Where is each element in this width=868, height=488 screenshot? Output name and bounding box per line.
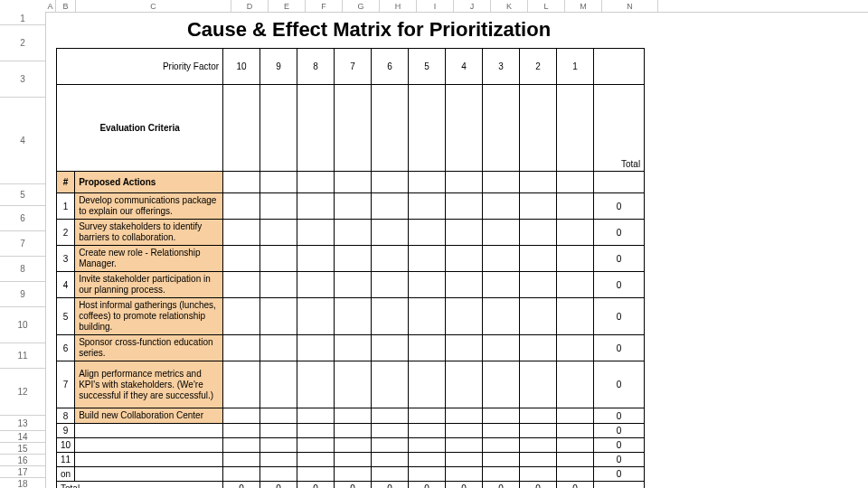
score-cell[interactable]	[409, 408, 446, 424]
score-cell[interactable]	[223, 361, 260, 408]
score-cell[interactable]	[483, 438, 520, 453]
row-header-13[interactable]: 13	[0, 416, 45, 431]
ec-7[interactable]	[446, 85, 483, 172]
score-cell[interactable]	[557, 246, 594, 272]
score-cell[interactable]	[297, 246, 335, 272]
score-cell[interactable]	[446, 335, 483, 361]
row-header-6[interactable]: 6	[0, 206, 45, 231]
score-cell[interactable]	[260, 467, 297, 482]
col-header-F[interactable]: F	[306, 0, 343, 12]
score-cell[interactable]	[260, 246, 297, 272]
score-cell[interactable]	[409, 438, 446, 453]
score-cell[interactable]	[520, 298, 557, 335]
score-cell[interactable]	[297, 298, 335, 335]
score-cell[interactable]	[372, 220, 409, 246]
pf-10[interactable]: 1	[557, 49, 594, 85]
score-cell[interactable]	[335, 193, 372, 220]
row-header-18[interactable]: 18	[0, 478, 45, 488]
row-header-17[interactable]: 17	[0, 466, 45, 478]
row-header-8[interactable]: 8	[0, 257, 45, 282]
score-cell[interactable]	[520, 246, 557, 272]
score-cell[interactable]	[557, 438, 594, 453]
score-cell[interactable]	[409, 453, 446, 467]
score-cell[interactable]	[557, 453, 594, 467]
score-cell[interactable]	[446, 193, 483, 220]
h-i[interactable]	[409, 172, 446, 193]
col-header-A[interactable]: A	[45, 0, 56, 12]
score-cell[interactable]	[372, 424, 409, 438]
row-header-16[interactable]: 16	[0, 455, 45, 466]
score-cell[interactable]	[260, 335, 297, 361]
score-cell[interactable]	[335, 438, 372, 453]
score-cell[interactable]	[260, 361, 297, 408]
score-cell[interactable]	[260, 220, 297, 246]
h-m[interactable]	[557, 172, 594, 193]
score-cell[interactable]	[446, 424, 483, 438]
row-header-4[interactable]: 4	[0, 98, 45, 184]
col-header-I[interactable]: I	[417, 0, 454, 12]
score-cell[interactable]	[223, 335, 260, 361]
score-cell[interactable]	[483, 272, 520, 298]
ec-1[interactable]	[223, 85, 260, 172]
row-header-9[interactable]: 9	[0, 282, 45, 307]
score-cell[interactable]	[446, 220, 483, 246]
score-cell[interactable]	[372, 298, 409, 335]
score-cell[interactable]	[372, 467, 409, 482]
row-header-1[interactable]: 1	[0, 12, 45, 25]
h-e[interactable]	[260, 172, 297, 193]
score-cell[interactable]	[260, 193, 297, 220]
score-cell[interactable]	[446, 246, 483, 272]
score-cell[interactable]	[557, 298, 594, 335]
score-cell[interactable]	[520, 467, 557, 482]
score-cell[interactable]	[223, 193, 260, 220]
score-cell[interactable]	[223, 467, 260, 482]
pf-3[interactable]: 8	[297, 49, 335, 85]
ec-4[interactable]	[335, 85, 372, 172]
score-cell[interactable]	[335, 453, 372, 467]
ec-2[interactable]	[260, 85, 297, 172]
score-cell[interactable]	[483, 361, 520, 408]
col-header-M[interactable]: M	[565, 0, 602, 12]
row-header-5[interactable]: 5	[0, 184, 45, 206]
row-header-15[interactable]: 15	[0, 443, 45, 455]
score-cell[interactable]	[223, 246, 260, 272]
row-header-14[interactable]: 14	[0, 431, 45, 443]
row-header-12[interactable]: 12	[0, 369, 45, 416]
col-header-H[interactable]: H	[380, 0, 417, 12]
h-d[interactable]	[223, 172, 260, 193]
score-cell[interactable]	[557, 272, 594, 298]
ec-8[interactable]	[483, 85, 520, 172]
score-cell[interactable]	[520, 272, 557, 298]
pf-5[interactable]: 6	[372, 49, 409, 85]
score-cell[interactable]	[223, 438, 260, 453]
score-cell[interactable]	[223, 298, 260, 335]
score-cell[interactable]	[557, 220, 594, 246]
col-header-K[interactable]: K	[491, 0, 528, 12]
score-cell[interactable]	[483, 220, 520, 246]
col-header-C[interactable]: C	[76, 0, 231, 12]
score-cell[interactable]	[446, 361, 483, 408]
score-cell[interactable]	[260, 424, 297, 438]
score-cell[interactable]	[446, 438, 483, 453]
pf-8[interactable]: 3	[483, 49, 520, 85]
score-cell[interactable]	[446, 298, 483, 335]
pf-1[interactable]: 10	[223, 49, 260, 85]
score-cell[interactable]	[409, 193, 446, 220]
score-cell[interactable]	[409, 298, 446, 335]
score-cell[interactable]	[223, 453, 260, 467]
score-cell[interactable]	[335, 467, 372, 482]
score-cell[interactable]	[557, 335, 594, 361]
score-cell[interactable]	[297, 220, 335, 246]
action-text[interactable]: Build new Collaboration Center	[75, 408, 223, 424]
col-header-D[interactable]: D	[231, 0, 269, 12]
score-cell[interactable]	[372, 361, 409, 408]
score-cell[interactable]	[223, 408, 260, 424]
score-cell[interactable]	[297, 438, 335, 453]
score-cell[interactable]	[297, 361, 335, 408]
score-cell[interactable]	[409, 220, 446, 246]
score-cell[interactable]	[223, 424, 260, 438]
row-header-7[interactable]: 7	[0, 231, 45, 257]
pf-6[interactable]: 5	[409, 49, 446, 85]
score-cell[interactable]	[520, 361, 557, 408]
score-cell[interactable]	[297, 467, 335, 482]
